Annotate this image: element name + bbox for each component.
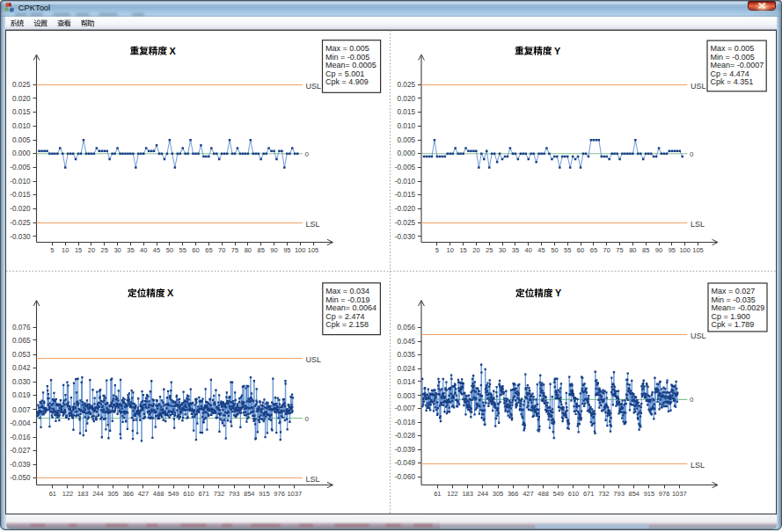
svg-text:0.024: 0.024 <box>398 365 416 373</box>
svg-text:20: 20 <box>88 246 95 254</box>
svg-text:-0.039: -0.039 <box>395 446 416 454</box>
svg-text:0.065: 0.065 <box>12 337 31 345</box>
svg-text:5: 5 <box>50 246 54 254</box>
svg-text:0.000: 0.000 <box>12 149 31 157</box>
svg-text:-0.018: -0.018 <box>395 419 416 426</box>
svg-text:Cp = 4.474: Cp = 4.474 <box>711 69 749 78</box>
svg-text:0: 0 <box>690 150 694 158</box>
svg-text:85: 85 <box>258 246 265 254</box>
svg-text:0.010: 0.010 <box>12 122 31 130</box>
svg-text:61: 61 <box>434 490 441 498</box>
svg-text:75: 75 <box>616 246 623 254</box>
svg-text:55: 55 <box>564 246 571 254</box>
svg-text:-0.007: -0.007 <box>395 404 416 412</box>
svg-text:0.053: 0.053 <box>12 351 31 359</box>
svg-text:90: 90 <box>270 246 277 254</box>
svg-text:5: 5 <box>435 246 439 254</box>
svg-text:183: 183 <box>77 490 89 498</box>
svg-text:X: X <box>167 288 174 298</box>
svg-text:40: 40 <box>525 246 532 254</box>
svg-text:61: 61 <box>49 490 56 498</box>
svg-text:0: 0 <box>690 396 694 404</box>
svg-text:30: 30 <box>499 246 506 254</box>
svg-text:671: 671 <box>198 490 209 498</box>
svg-text:Y: Y <box>554 46 561 56</box>
svg-text:-0.025: -0.025 <box>10 219 31 227</box>
svg-text:Min = -0.005: Min = -0.005 <box>325 53 369 62</box>
svg-text:793: 793 <box>229 490 240 498</box>
svg-text:50: 50 <box>551 246 558 254</box>
svg-text:40: 40 <box>140 246 147 254</box>
svg-text:-0.049: -0.049 <box>395 459 416 467</box>
svg-text:976: 976 <box>659 490 670 498</box>
svg-text:427: 427 <box>523 490 534 498</box>
svg-text:0.019: 0.019 <box>12 391 31 399</box>
svg-text:65: 65 <box>205 246 212 254</box>
svg-text:366: 366 <box>122 490 134 498</box>
svg-text:0.007: 0.007 <box>12 406 31 414</box>
svg-text:-0.010: -0.010 <box>395 178 416 186</box>
svg-text:-0.030: -0.030 <box>10 233 31 241</box>
svg-text:-0.015: -0.015 <box>395 191 416 199</box>
svg-text:976: 976 <box>274 490 285 498</box>
svg-text:Max = 0.027: Max = 0.027 <box>712 287 756 295</box>
svg-text:Cpk = 4.909: Cpk = 4.909 <box>325 77 369 86</box>
svg-text:0.045: 0.045 <box>398 338 416 346</box>
svg-text:-0.039: -0.039 <box>10 461 31 469</box>
svg-text:1037: 1037 <box>672 490 687 498</box>
svg-text:80: 80 <box>629 246 636 254</box>
svg-text:15: 15 <box>459 246 466 254</box>
svg-text:85: 85 <box>642 246 649 254</box>
svg-text:45: 45 <box>537 246 544 254</box>
svg-text:1037: 1037 <box>287 490 302 498</box>
svg-text:0.000: 0.000 <box>398 149 416 157</box>
svg-text:-0.027: -0.027 <box>10 447 31 455</box>
svg-text:USL: USL <box>306 355 322 364</box>
svg-text:Cpk = 2.158: Cpk = 2.158 <box>325 320 369 329</box>
svg-text:0.010: 0.010 <box>398 122 416 130</box>
svg-text:100: 100 <box>295 246 306 254</box>
svg-text:100: 100 <box>679 246 691 254</box>
svg-text:35: 35 <box>512 246 519 254</box>
svg-text:-0.016: -0.016 <box>10 434 31 441</box>
svg-text:Max = 0.005: Max = 0.005 <box>711 44 755 53</box>
svg-text:LSL: LSL <box>306 220 320 229</box>
svg-text:0.035: 0.035 <box>398 351 416 359</box>
svg-text:105: 105 <box>692 246 704 254</box>
svg-text:Mean= -0.0029: Mean= -0.0029 <box>712 303 765 312</box>
svg-text:Min = -0.035: Min = -0.035 <box>712 295 756 304</box>
svg-text:-0.020: -0.020 <box>10 205 31 213</box>
svg-text:80: 80 <box>245 246 252 254</box>
svg-text:305: 305 <box>493 490 504 498</box>
svg-text:0.005: 0.005 <box>398 136 416 144</box>
svg-text:0.014: 0.014 <box>398 378 416 386</box>
svg-text:0.020: 0.020 <box>398 95 416 103</box>
svg-text:610: 610 <box>183 490 194 498</box>
svg-text:55: 55 <box>179 246 186 254</box>
svg-text:60: 60 <box>577 246 584 254</box>
svg-text:0.025: 0.025 <box>398 81 416 89</box>
svg-text:25: 25 <box>486 246 493 254</box>
svg-text:Max = 0.034: Max = 0.034 <box>325 287 369 295</box>
svg-text:Min = -0.005: Min = -0.005 <box>711 53 755 62</box>
svg-text:-0.005: -0.005 <box>10 164 31 171</box>
svg-text:0.020: 0.020 <box>12 95 31 103</box>
svg-text:Cp = 1.900: Cp = 1.900 <box>712 312 750 321</box>
svg-text:50: 50 <box>166 246 173 254</box>
svg-text:0: 0 <box>305 415 310 423</box>
svg-text:183: 183 <box>462 490 473 498</box>
svg-text:Mean= 0.0005: Mean= 0.0005 <box>325 61 376 69</box>
svg-text:75: 75 <box>231 246 238 254</box>
svg-text:Mean= -0.0007: Mean= -0.0007 <box>711 61 764 69</box>
svg-text:-0.050: -0.050 <box>10 474 31 482</box>
svg-text:0.005: 0.005 <box>12 136 31 144</box>
svg-text:10: 10 <box>447 246 454 254</box>
svg-text:427: 427 <box>138 490 150 498</box>
svg-text:USL: USL <box>691 82 706 91</box>
svg-text:732: 732 <box>214 490 225 498</box>
svg-text:USL: USL <box>306 82 322 91</box>
svg-text:-0.005: -0.005 <box>395 164 416 171</box>
svg-text:-0.030: -0.030 <box>395 233 416 241</box>
svg-text:-0.004: -0.004 <box>10 419 31 427</box>
svg-text:Min = -0.019: Min = -0.019 <box>325 295 369 304</box>
